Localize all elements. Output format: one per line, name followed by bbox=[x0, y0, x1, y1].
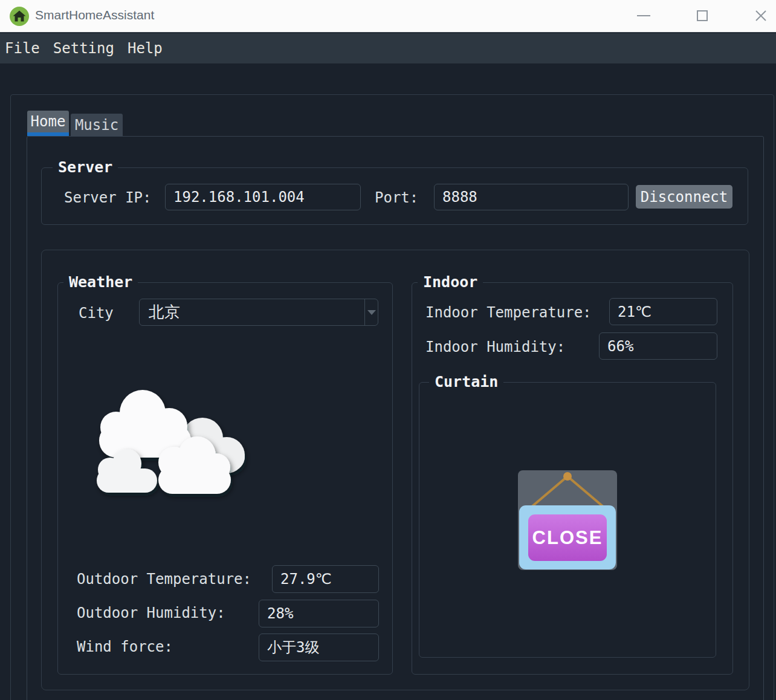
menu-item-help[interactable]: Help bbox=[128, 40, 163, 57]
tab-home-label: Home bbox=[27, 113, 69, 130]
menu-item-file[interactable]: File bbox=[5, 40, 40, 57]
home-icon bbox=[9, 6, 30, 27]
menu-bar: File Setting Help bbox=[0, 33, 776, 63]
city-selected-value: 北京 bbox=[140, 302, 364, 323]
server-ip-input[interactable] bbox=[165, 184, 361, 210]
chevron-down-icon bbox=[367, 310, 376, 315]
minimize-icon bbox=[637, 15, 650, 16]
active-tab-indicator bbox=[27, 132, 69, 136]
window-title: SmartHomeAssistant bbox=[35, 8, 154, 22]
city-select[interactable]: 北京 bbox=[139, 299, 378, 326]
city-select-arrow-zone[interactable] bbox=[364, 299, 378, 325]
sign-board: CLOSE bbox=[519, 505, 616, 569]
maximize-button[interactable] bbox=[684, 0, 720, 31]
indoor-temperature-field[interactable] bbox=[609, 298, 717, 325]
close-button[interactable] bbox=[743, 0, 776, 31]
disconnect-button[interactable]: Disconnect bbox=[636, 185, 732, 209]
wind-force-field[interactable] bbox=[259, 634, 379, 661]
minimize-button[interactable] bbox=[626, 0, 662, 31]
indoor-humidity-field[interactable] bbox=[599, 332, 717, 360]
tab-home[interactable]: Home bbox=[27, 111, 69, 136]
sign-inner-panel: CLOSE bbox=[528, 514, 607, 561]
smart-home-assistant-window: SmartHomeAssistant File Setting Help Hom… bbox=[0, 0, 776, 700]
menu-item-setting[interactable]: Setting bbox=[53, 40, 114, 57]
tab-music-label: Music bbox=[75, 117, 118, 134]
cloudy-icon bbox=[79, 378, 260, 505]
close-icon bbox=[754, 8, 768, 23]
curtain-close-sign[interactable]: CLOSE bbox=[518, 470, 617, 570]
title-bar: SmartHomeAssistant bbox=[0, 0, 776, 33]
curtain-state-text: CLOSE bbox=[532, 527, 603, 549]
port-input[interactable] bbox=[434, 184, 629, 210]
tab-music[interactable]: Music bbox=[71, 114, 123, 136]
outdoor-temperature-field[interactable] bbox=[272, 565, 379, 593]
maximize-icon bbox=[697, 10, 708, 21]
outdoor-humidity-field[interactable] bbox=[259, 600, 379, 627]
